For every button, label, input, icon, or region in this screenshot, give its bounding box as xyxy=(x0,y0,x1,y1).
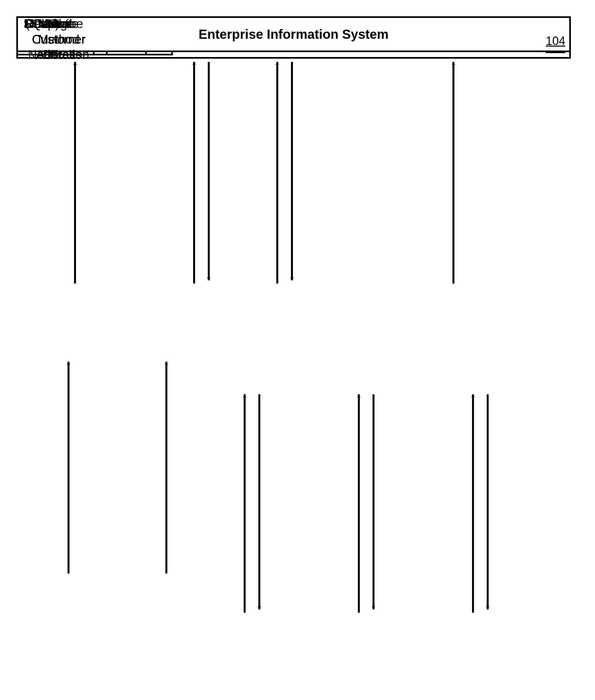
arrows-svg xyxy=(16,16,571,684)
box-eis-ref: 104 xyxy=(546,34,565,48)
architecture-diagram: Client Application 100 Publish Event Pro… xyxy=(16,16,571,684)
label-result-3: Result xyxy=(16,16,68,32)
box-eis-label: Enterprise Information System xyxy=(199,27,389,42)
